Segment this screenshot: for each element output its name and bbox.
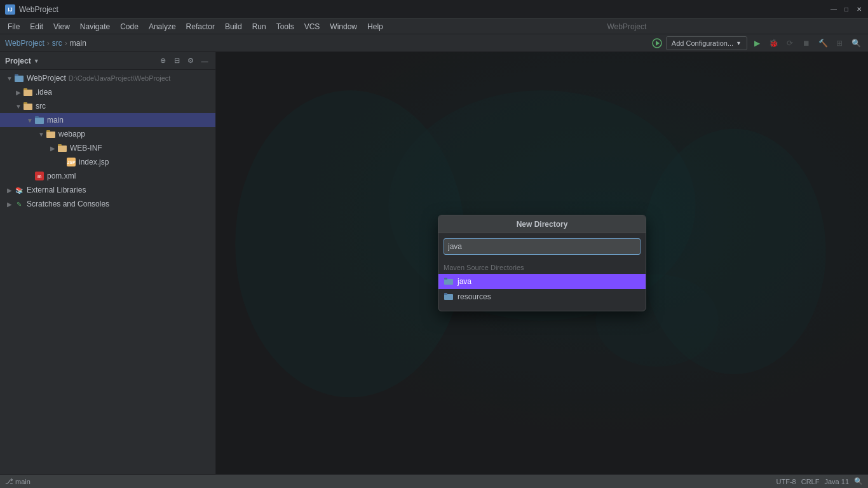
status-branch[interactable]: ⎇ main xyxy=(5,477,31,485)
tree-item-indexjsp[interactable]: JSP index.jsp xyxy=(0,155,215,169)
breadcrumb-src[interactable]: src xyxy=(52,39,62,48)
sidebar-actions: ⊕ ⊟ ⚙ — xyxy=(157,55,210,67)
sidebar-header: Project ▼ ⊕ ⊟ ⚙ — xyxy=(0,52,215,70)
webapp-arrow-icon: ▼ xyxy=(37,130,46,139)
search-everywhere-button[interactable]: 🔍 xyxy=(849,36,863,50)
sidebar-add-button[interactable]: ⊕ xyxy=(157,55,168,67)
menu-window[interactable]: Window xyxy=(325,21,362,32)
tree-item-src[interactable]: ▼ src xyxy=(0,99,215,113)
extlibs-arrow-icon: ▶ xyxy=(5,186,14,194)
build-button[interactable]: 🔨 xyxy=(816,36,830,50)
dialog-input-area xyxy=(438,233,646,260)
svg-rect-6 xyxy=(24,104,32,110)
menu-navigate[interactable]: Navigate xyxy=(75,21,115,32)
svg-rect-18 xyxy=(444,279,453,285)
dialog-title-bar: New Directory xyxy=(438,215,646,233)
sidebar-minimize-button[interactable]: — xyxy=(199,55,210,67)
resources-folder-icon xyxy=(444,292,454,302)
sidebar-collapse-button[interactable]: ⊟ xyxy=(171,55,182,67)
breadcrumb-webproject[interactable]: WebProject xyxy=(5,39,44,48)
menu-edit[interactable]: Edit xyxy=(25,21,48,32)
sidebar: Project ▼ ⊕ ⊟ ⚙ — ▼ WebProject D:\Code\J… xyxy=(0,52,216,474)
status-encoding[interactable]: UTF-8 xyxy=(776,477,796,485)
dialog-suggestions: Maven Source Directories java xyxy=(438,260,646,307)
idea-folder-icon xyxy=(23,87,33,97)
tree-item-webinf[interactable]: ▶ WEB-INF xyxy=(0,141,215,155)
run-target-button[interactable]: ⊞ xyxy=(832,36,846,50)
menu-file[interactable]: File xyxy=(3,21,25,32)
breadcrumb-main: main xyxy=(70,39,86,48)
menu-analyze[interactable]: Analyze xyxy=(144,21,181,32)
new-directory-input[interactable] xyxy=(444,238,641,255)
tree-item-pomxml[interactable]: m pom.xml xyxy=(0,169,215,183)
status-java-version: Java 11 xyxy=(824,477,849,485)
config-chevron-icon: ▼ xyxy=(736,40,742,46)
webapp-folder-icon xyxy=(46,129,56,139)
sidebar-settings-button[interactable]: ⚙ xyxy=(185,55,196,67)
menu-build[interactable]: Build xyxy=(220,21,247,32)
menu-code[interactable]: Code xyxy=(115,21,144,32)
suggestion-java-label: java xyxy=(458,277,471,286)
tree-item-webapp[interactable]: ▼ webapp xyxy=(0,127,215,141)
title-text: WebProject xyxy=(19,5,58,14)
menu-view[interactable]: View xyxy=(48,21,75,32)
svg-rect-5 xyxy=(24,88,27,90)
menu-help[interactable]: Help xyxy=(362,21,388,32)
svg-rect-21 xyxy=(444,293,447,295)
main-arrow-icon: ▼ xyxy=(25,116,34,125)
svg-marker-1 xyxy=(656,41,660,46)
status-linending[interactable]: CRLF xyxy=(801,477,820,485)
breadcrumb: WebProject › src › main xyxy=(5,39,86,48)
idea-label: .idea xyxy=(36,88,52,97)
main-content: Search Everywhere Double Shift Go to Fil… xyxy=(216,52,868,474)
webproject-label: WebProject xyxy=(27,74,66,83)
tree-item-idea[interactable]: ▶ .idea xyxy=(0,85,215,99)
minimize-button[interactable]: — xyxy=(830,6,837,13)
webapp-label: webapp xyxy=(58,130,85,139)
menu-refactor[interactable]: Refactor xyxy=(181,21,220,32)
svg-rect-9 xyxy=(35,116,39,118)
title-left: IJ WebProject xyxy=(5,4,58,15)
webproject-folder-icon xyxy=(14,73,24,83)
pomxml-file-icon: m xyxy=(34,171,44,181)
maximize-button[interactable]: □ xyxy=(843,6,850,13)
suggestion-resources-label: resources xyxy=(458,292,491,301)
svg-rect-12 xyxy=(58,146,67,152)
project-name-center: WebProject xyxy=(607,22,646,31)
menu-tools[interactable]: Tools xyxy=(271,21,299,32)
suggestions-label: Maven Source Directories xyxy=(438,262,646,274)
tree-item-extlibs[interactable]: ▶ 📚 External Libraries xyxy=(0,183,215,197)
add-configuration-button[interactable]: Add Configuration... ▼ xyxy=(666,36,747,50)
menu-vcs[interactable]: VCS xyxy=(299,21,325,32)
indexjsp-file-icon: JSP xyxy=(66,157,76,167)
idea-arrow-icon: ▶ xyxy=(14,88,23,97)
title-bar: IJ WebProject — □ ✕ xyxy=(0,0,868,19)
sidebar-title: Project ▼ xyxy=(5,57,39,65)
pomxml-label: pom.xml xyxy=(47,172,76,180)
run-target-icon xyxy=(652,38,662,48)
suggestion-resources[interactable]: resources xyxy=(438,289,646,304)
scratches-icon: ✎ xyxy=(14,199,24,209)
app-icon: IJ xyxy=(5,4,15,15)
tree-item-scratches[interactable]: ▶ ✎ Scratches and Consoles xyxy=(0,197,215,211)
breadcrumb-run-bar: WebProject › src › main Add Configuratio… xyxy=(0,34,868,52)
scratches-label: Scratches and Consoles xyxy=(27,200,109,208)
dialog-title: New Directory xyxy=(517,220,568,229)
tree-item-webproject[interactable]: ▼ WebProject D:\Code\JavaProject\WebProj… xyxy=(0,71,215,85)
stop-button[interactable]: ⏹ xyxy=(799,36,813,50)
svg-rect-4 xyxy=(24,90,32,96)
file-tree: ▼ WebProject D:\Code\JavaProject\WebProj… xyxy=(0,70,215,474)
close-button[interactable]: ✕ xyxy=(855,6,863,13)
tree-item-main[interactable]: ▼ main xyxy=(0,113,215,127)
coverage-button[interactable]: ⟳ xyxy=(783,36,797,50)
git-icon: ⎇ xyxy=(5,477,13,485)
status-search-icon[interactable]: 🔍 xyxy=(854,477,863,485)
indexjsp-label: index.jsp xyxy=(79,158,109,166)
menu-run[interactable]: Run xyxy=(247,21,271,32)
scratches-arrow-icon: ▶ xyxy=(5,200,14,208)
debug-button[interactable]: 🐞 xyxy=(766,36,780,50)
svg-rect-10 xyxy=(46,132,55,138)
webinf-arrow-icon: ▶ xyxy=(48,144,57,152)
suggestion-java[interactable]: java xyxy=(438,274,646,289)
run-button[interactable]: ▶ xyxy=(750,36,764,50)
